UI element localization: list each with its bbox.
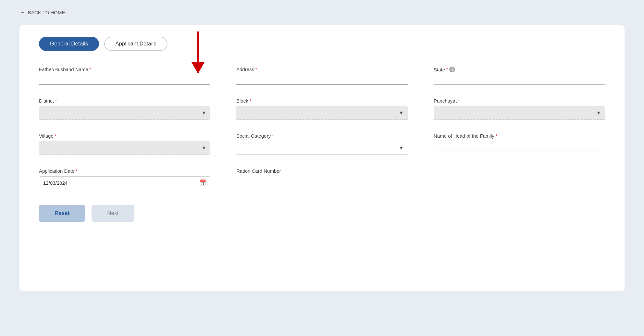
input-father-husband-name[interactable] <box>39 75 210 85</box>
required-star-address: * <box>255 67 257 72</box>
field-state: State * i <box>434 67 605 85</box>
field-ration-card-number: Ration Card Number <box>236 168 408 189</box>
label-name-of-head: Name of Head of the Family * <box>434 133 605 139</box>
label-ration-card-number: Ration Card Number <box>236 168 408 174</box>
buttons-row: Reset Next <box>39 205 605 222</box>
tab-applicant-details[interactable]: Applicant Details <box>104 37 167 51</box>
back-to-home-label: BACK TO HOME <box>28 10 65 15</box>
field-empty-placeholder <box>434 168 605 189</box>
label-address: Address * <box>236 67 408 72</box>
field-district: District * ▼ <box>39 98 210 120</box>
block-select-wrapper: ▼ <box>236 106 408 120</box>
date-field-wrapper: 📅 <box>39 176 210 189</box>
label-father-husband-name: Father/Husband Name * <box>39 67 210 72</box>
field-address: Address * <box>236 67 408 85</box>
tab-general-details[interactable]: General Details <box>39 37 99 51</box>
label-district: District * <box>39 98 210 104</box>
required-star-father: * <box>90 67 91 72</box>
required-star-application-date: * <box>76 168 77 174</box>
calendar-icon[interactable]: 📅 <box>199 179 206 186</box>
next-button[interactable]: Next <box>92 205 134 222</box>
field-name-of-head: Name of Head of the Family * <box>434 133 605 155</box>
required-star-panchayat: * <box>458 98 460 104</box>
select-village[interactable] <box>39 141 210 155</box>
district-select-wrapper: ▼ <box>39 106 210 120</box>
field-social-category: Social Category * ▼ <box>236 133 408 155</box>
required-star-block: * <box>250 98 251 104</box>
input-address[interactable] <box>236 75 408 85</box>
village-select-wrapper: ▼ <box>39 141 210 155</box>
input-name-of-head[interactable] <box>434 141 605 151</box>
panchayat-select-wrapper: ▼ <box>434 106 605 120</box>
label-social-category: Social Category * <box>236 133 408 139</box>
tabs-row: General Details Applicant Details <box>39 37 605 51</box>
field-panchayat: Panchayat * ▼ <box>434 98 605 120</box>
label-village: Village * <box>39 133 210 139</box>
required-star-district: * <box>55 98 57 104</box>
select-block[interactable] <box>236 106 408 119</box>
reset-button[interactable]: Reset <box>39 205 85 222</box>
field-block: Block * ▼ <box>236 98 408 120</box>
social-category-select-wrapper: ▼ <box>236 141 408 155</box>
label-panchayat: Panchayat * <box>434 98 605 104</box>
select-social-category[interactable] <box>236 141 408 155</box>
label-application-date: Application Date * <box>39 168 210 174</box>
required-star-state: * <box>446 67 448 72</box>
required-star-name-of-head: * <box>496 133 497 139</box>
field-application-date: Application Date * 📅 <box>39 168 210 189</box>
input-state[interactable] <box>434 75 605 85</box>
form-grid: Father/Husband Name * Address * State * … <box>39 67 605 189</box>
field-father-husband-name: Father/Husband Name * <box>39 67 210 85</box>
input-application-date[interactable] <box>43 180 199 186</box>
info-icon-state[interactable]: i <box>449 67 455 72</box>
select-panchayat[interactable] <box>434 106 605 119</box>
input-ration-card-number[interactable] <box>236 176 408 186</box>
required-star-social-category: * <box>272 133 274 139</box>
select-district[interactable] <box>39 106 210 119</box>
required-star-village: * <box>55 133 56 139</box>
back-to-home-link[interactable]: ← BACK TO HOME <box>0 0 644 25</box>
back-arrow-icon: ← <box>19 9 25 16</box>
field-village: Village * ▼ <box>39 133 210 155</box>
main-card: General Details Applicant Details Father… <box>19 25 625 291</box>
label-block: Block * <box>236 98 408 104</box>
label-state: State * i <box>434 67 605 72</box>
